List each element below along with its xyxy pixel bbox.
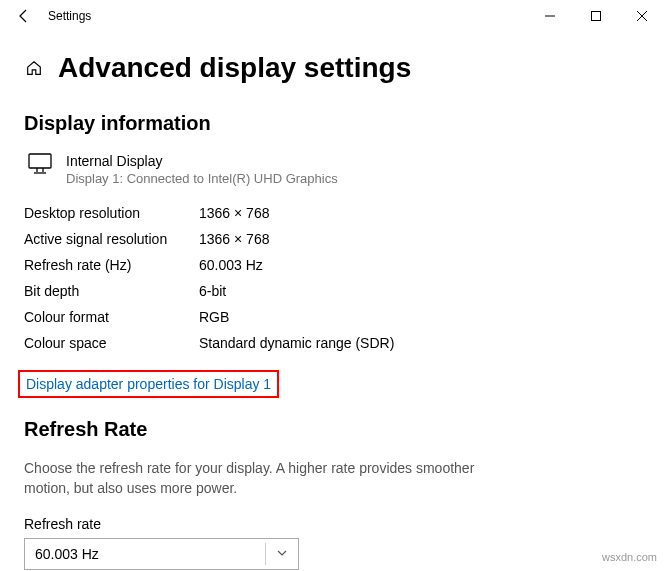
display-summary: Internal Display Display 1: Connected to… (28, 153, 641, 186)
refresh-rate-description: Choose the refresh rate for your display… (24, 459, 504, 498)
back-button[interactable] (8, 0, 40, 32)
display-connection: Display 1: Connected to Intel(R) UHD Gra… (66, 171, 338, 186)
svg-rect-1 (592, 12, 601, 21)
info-row: Active signal resolution 1366 × 768 (24, 226, 641, 252)
info-value: Standard dynamic range (SDR) (199, 335, 394, 351)
info-row: Colour format RGB (24, 304, 641, 330)
info-label: Desktop resolution (24, 205, 199, 221)
info-row: Bit depth 6-bit (24, 278, 641, 304)
display-name: Internal Display (66, 153, 338, 169)
window-controls (527, 0, 665, 32)
minimize-button[interactable] (527, 0, 573, 32)
info-label: Bit depth (24, 283, 199, 299)
info-label: Active signal resolution (24, 231, 199, 247)
page-title: Advanced display settings (58, 52, 411, 84)
refresh-rate-label: Refresh rate (24, 516, 641, 532)
close-button[interactable] (619, 0, 665, 32)
info-label: Colour space (24, 335, 199, 351)
info-value: 60.003 Hz (199, 257, 263, 273)
info-value: 1366 × 768 (199, 231, 269, 247)
chevron-down-icon (276, 546, 288, 562)
monitor-icon (28, 153, 52, 175)
info-value: 6-bit (199, 283, 226, 299)
maximize-button[interactable] (573, 0, 619, 32)
dropdown-separator (265, 543, 266, 565)
info-row: Desktop resolution 1366 × 768 (24, 200, 641, 226)
info-label: Colour format (24, 309, 199, 325)
display-info-heading: Display information (24, 112, 641, 135)
refresh-rate-heading: Refresh Rate (24, 418, 641, 441)
watermark: wsxdn.com (602, 551, 657, 563)
info-row: Refresh rate (Hz) 60.003 Hz (24, 252, 641, 278)
adapter-properties-link[interactable]: Display adapter properties for Display 1 (18, 370, 279, 398)
info-value: 1366 × 768 (199, 205, 269, 221)
info-label: Refresh rate (Hz) (24, 257, 199, 273)
display-info-grid: Desktop resolution 1366 × 768 Active sig… (24, 200, 641, 356)
info-row: Colour space Standard dynamic range (SDR… (24, 330, 641, 356)
page-header: Advanced display settings (24, 52, 641, 84)
refresh-rate-dropdown[interactable]: 60.003 Hz (24, 538, 299, 570)
svg-rect-4 (29, 154, 51, 168)
window-title: Settings (48, 9, 91, 23)
home-icon[interactable] (24, 58, 44, 78)
dropdown-value: 60.003 Hz (35, 546, 99, 562)
info-value: RGB (199, 309, 229, 325)
content-area: Advanced display settings Display inform… (0, 32, 665, 570)
